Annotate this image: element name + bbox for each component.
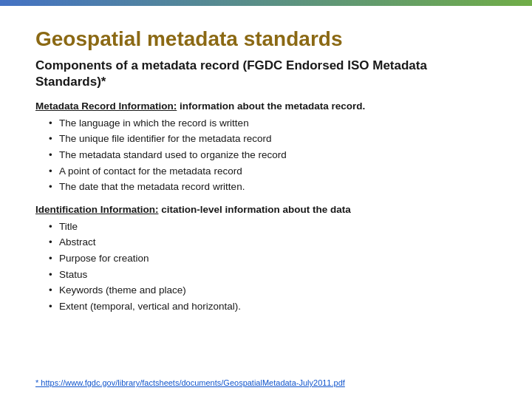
section1-list: The language in which the record is writ… <box>35 115 497 195</box>
section2-heading: Identification Information: citation-lev… <box>35 204 351 215</box>
top-bar-decoration <box>0 0 532 6</box>
footnote-link[interactable]: * https://www.fgdc.gov/library/factsheet… <box>35 378 345 387</box>
list-item: The metadata standard used to organize t… <box>49 147 497 163</box>
list-item: The date that the metadata record writte… <box>49 179 497 195</box>
section2-block: Identification Information: citation-lev… <box>35 202 497 315</box>
section2-heading-underline: Identification Information: <box>35 204 159 215</box>
list-item: The unique file identifier for the metad… <box>49 131 497 147</box>
list-item: Extent (temporal, vertical and horizonta… <box>49 299 497 315</box>
slide: Geospatial metadata standards Components… <box>0 0 532 399</box>
list-item: Abstract <box>49 234 497 250</box>
section1-header: Metadata Record Information: information… <box>35 99 497 112</box>
slide-subtitle: Components of a metadata record (FGDC En… <box>35 58 497 90</box>
section1-block: Metadata Record Information: information… <box>35 99 497 195</box>
list-item: The language in which the record is writ… <box>49 115 497 132</box>
list-item: Purpose for creation <box>49 250 497 267</box>
list-item: Title <box>49 219 497 235</box>
section2-heading-rest: citation-level information about the dat… <box>159 204 351 215</box>
slide-title: Geospatial metadata standards <box>35 27 497 52</box>
section1-heading-underline: Metadata Record Information: <box>35 100 177 112</box>
list-item: A point of contact for the metadata reco… <box>49 163 497 180</box>
section1-heading-rest: information about the metadata record. <box>177 100 365 112</box>
section1-heading: Metadata Record Information: information… <box>35 100 365 112</box>
list-item: Status <box>49 267 497 283</box>
section2-list: Title Abstract Purpose for creation Stat… <box>35 219 497 315</box>
section2-header: Identification Information: citation-lev… <box>35 202 497 216</box>
list-item: Keywords (theme and place) <box>49 282 497 299</box>
